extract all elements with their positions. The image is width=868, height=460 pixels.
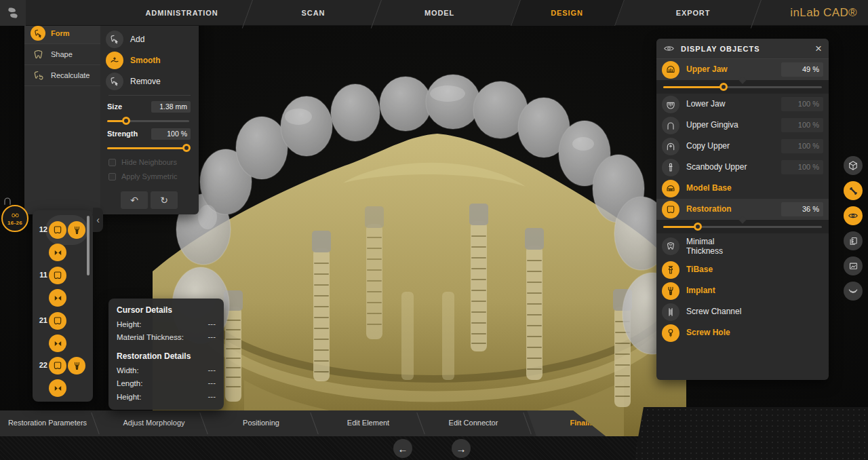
restoration-opacity-slider[interactable]	[656, 220, 829, 233]
close-icon[interactable]: ×	[815, 43, 822, 54]
tab-administration[interactable]: ADMINISTRATION	[114, 0, 250, 26]
tab-design[interactable]: DESIGN	[499, 0, 635, 26]
next-step-button[interactable]: →	[452, 439, 471, 458]
model-base-icon	[662, 180, 679, 197]
workflow-step-edit-element[interactable]: Edit Element	[324, 410, 412, 436]
workflow-step-positioning[interactable]: Positioning	[217, 410, 305, 436]
slider-knob[interactable]	[694, 223, 702, 231]
display-item-tibase[interactable]: TiBase	[656, 259, 829, 280]
display-objects-button[interactable]	[844, 206, 863, 225]
restoration-icon	[662, 201, 679, 218]
snapshot-button[interactable]	[844, 256, 863, 275]
tools-button[interactable]	[844, 181, 863, 200]
documents-button[interactable]	[844, 231, 863, 250]
display-item-label: Copy Upper	[686, 141, 730, 151]
slider-knob[interactable]	[719, 83, 728, 91]
connector-11-21-button[interactable]	[49, 289, 66, 307]
tooth-21-crown-button[interactable]	[49, 312, 66, 330]
undo-icon: ↶	[130, 195, 138, 206]
tooth-bar-scrollbar[interactable]	[87, 216, 90, 275]
smooth-icon	[106, 52, 123, 69]
arrow-left-icon: ←	[398, 443, 408, 455]
workflow-step-restoration-parameters[interactable]: Restoration Parameters	[3, 410, 92, 436]
detail-value: ---	[208, 392, 216, 400]
display-item-label: Upper Gingiva	[686, 120, 738, 130]
upper-jaw-opacity-slider[interactable]	[656, 80, 829, 94]
display-item-upper-gingiva[interactable]: Upper Gingiva 100 %	[656, 115, 829, 136]
detail-label: Width:	[117, 366, 139, 375]
detail-row: Length:---	[117, 379, 216, 388]
tool-category-recalculate[interactable]: Recalculate	[24, 65, 100, 86]
connector-21-22-button[interactable]	[49, 334, 66, 352]
tooth-12-implant-button[interactable]	[68, 221, 85, 239]
opacity-value: 100 %	[781, 118, 823, 132]
display-item-lower-jaw[interactable]: Lower Jaw 100 %	[656, 94, 829, 115]
form-mode-smooth[interactable]: Smooth	[106, 51, 161, 70]
tool-category-form[interactable]: Form	[24, 23, 100, 44]
tooth-12-crown-button[interactable]	[49, 221, 66, 239]
previous-step-button[interactable]: ←	[393, 439, 412, 458]
tooth-22-implant-button[interactable]	[68, 357, 85, 375]
strength-slider[interactable]	[107, 147, 189, 149]
workflow-separator	[199, 413, 208, 434]
display-item-screw-hole[interactable]: Screw Hole	[656, 322, 829, 343]
tooth-22-crown-button[interactable]	[49, 357, 66, 375]
restoration-range-badge[interactable]: 16-26	[1, 205, 28, 232]
detail-value: ---	[208, 332, 216, 341]
tooth-11-crown-button[interactable]	[49, 267, 66, 284]
display-objects-header[interactable]: DISPLAY OBJECTS ×	[656, 39, 829, 59]
redo-button[interactable]: ↻	[151, 191, 178, 209]
eye-icon	[848, 210, 859, 221]
tab-model[interactable]: MODEL	[372, 0, 507, 26]
tooth-bar-collapse-handle[interactable]: ‹	[93, 208, 103, 232]
tooth-number: 22	[35, 361, 47, 369]
dentsply-sirona-logo[interactable]	[0, 0, 26, 26]
size-slider-knob[interactable]	[122, 117, 130, 125]
display-item-scanbody-upper[interactable]: Scanbody Upper 100 %	[656, 157, 829, 178]
minimal-thickness-icon	[662, 237, 679, 255]
size-slider[interactable]	[107, 120, 189, 122]
remove-tooth-icon	[106, 73, 123, 90]
display-item-label: Model Base	[686, 183, 732, 193]
hide-neighbours-checkbox[interactable]: Hide Neighbours	[108, 158, 177, 166]
form-mode-add[interactable]: Add	[106, 30, 144, 49]
copy-upper-icon	[662, 138, 679, 155]
snapshot-icon	[848, 261, 859, 271]
display-objects-title: DISPLAY OBJECTS	[681, 45, 760, 53]
view-options-button[interactable]	[844, 156, 863, 175]
strength-label: Strength	[107, 130, 138, 138]
display-item-label: Upper Jaw	[686, 64, 728, 74]
workflow-step-adjust-morphology[interactable]: Adjust Morphology	[110, 410, 198, 436]
opacity-value[interactable]: 49 %	[781, 62, 823, 77]
lower-jaw-icon	[662, 96, 679, 113]
tab-scan[interactable]: SCAN	[245, 0, 381, 26]
apply-symmetric-checkbox[interactable]: Apply Symmetric	[108, 172, 178, 180]
workflow-separator	[91, 413, 100, 434]
opacity-value[interactable]: 36 %	[781, 202, 823, 216]
documents-icon	[848, 236, 859, 246]
connector-12-11-button[interactable]	[49, 244, 66, 261]
display-item-minimal-thickness[interactable]: Minimal Thickness	[656, 233, 829, 259]
strength-slider-knob[interactable]	[182, 144, 191, 152]
display-item-copy-upper[interactable]: Copy Upper 100 %	[656, 136, 829, 157]
workflow-step-edit-connector[interactable]: Edit Connector	[429, 410, 517, 436]
strength-value[interactable]: 100 %	[151, 128, 191, 140]
implant-icon	[662, 282, 679, 300]
tab-export[interactable]: EXPORT	[625, 0, 761, 26]
tool-category-shape[interactable]: Shape	[24, 44, 100, 65]
form-mode-remove[interactable]: Remove	[106, 72, 161, 91]
display-item-implant[interactable]: Implant	[656, 280, 829, 301]
undo-button[interactable]: ↶	[121, 191, 148, 209]
connector-22-23-button[interactable]	[49, 379, 66, 397]
upper-jaw-icon	[662, 61, 679, 79]
tooth-number: 21	[35, 316, 47, 324]
size-value[interactable]: 1.38 mm	[151, 101, 191, 113]
detail-label: Height:	[117, 320, 141, 329]
tools-panel: TOOLS × Form Shape Recalculate Add Smoot…	[24, 3, 199, 214]
display-item-screw-channel[interactable]: Screw Channel	[656, 301, 829, 322]
display-item-model-base[interactable]: Model Base	[656, 178, 829, 199]
eye-icon	[663, 43, 675, 54]
checkbox-label: Apply Symmetric	[121, 172, 178, 180]
cursor-details-title: Cursor Details	[117, 305, 216, 315]
jaw-view-button[interactable]	[844, 282, 863, 301]
